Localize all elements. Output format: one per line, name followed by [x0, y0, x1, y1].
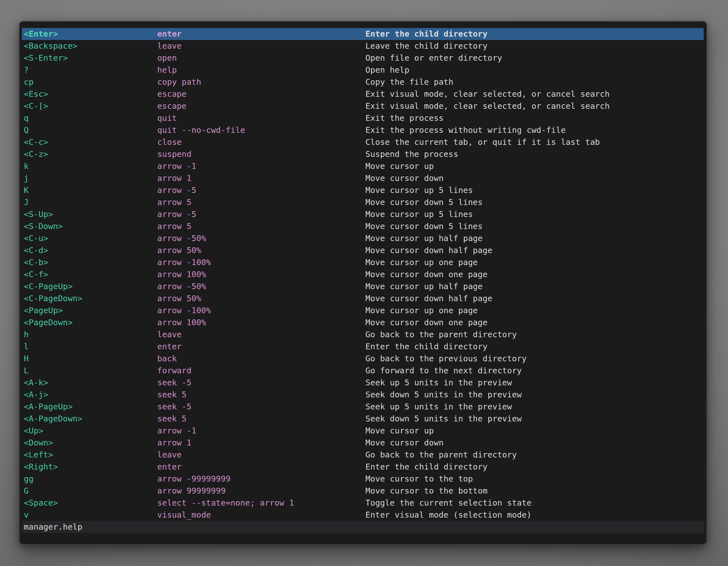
keybind-command: arrow -5 — [157, 208, 365, 220]
keybind-row[interactable]: q quit Exit the process — [22, 112, 704, 124]
keybind-command: arrow 5 — [157, 220, 365, 233]
keybind-description: Exit visual mode, clear selected, or can… — [365, 100, 704, 112]
keybind-row[interactable]: <Up> arrow -1 Move cursor up — [22, 425, 704, 437]
keybind-row[interactable]: <A-PageDown> seek 5 Seek down 5 units in… — [22, 413, 704, 425]
keybind-row[interactable]: <C-z> suspend Suspend the process — [22, 148, 704, 160]
keybind-command: leave — [157, 40, 365, 52]
keybind-row[interactable]: <C-c> close Close the current tab, or qu… — [22, 136, 704, 148]
keybind-key: <C-[> — [24, 100, 157, 112]
keybind-command: back — [157, 353, 365, 365]
keybind-row[interactable]: <C-PageUp> arrow -50% Move cursor up hal… — [22, 281, 704, 292]
keybind-description: Leave the child directory — [365, 40, 704, 52]
keybind-description: Enter the child directory — [365, 28, 704, 40]
keybind-row[interactable]: <C-f> arrow 100% Move cursor down one pa… — [22, 269, 704, 281]
keybind-command: quit — [157, 112, 365, 124]
keybind-key: <PageUp> — [24, 304, 157, 316]
keybind-description: Move cursor down half page — [365, 292, 704, 304]
keybind-command: arrow -5 — [157, 184, 365, 196]
terminal-window: <Enter> enter Enter the child directory … — [19, 21, 707, 545]
keybind-key: Q — [24, 124, 157, 136]
keybind-key: <S-Down> — [24, 220, 157, 233]
keybind-row[interactable]: G arrow 99999999 Move cursor to the bott… — [22, 485, 704, 497]
keybind-row[interactable]: <C-[> escape Exit visual mode, clear sel… — [22, 100, 704, 112]
keybind-description: Move cursor up 5 lines — [365, 184, 704, 196]
keybind-command: seek 5 — [157, 389, 365, 401]
keybind-command: arrow -50% — [157, 233, 365, 245]
keybind-row[interactable]: <Enter> enter Enter the child directory — [22, 28, 704, 40]
keybind-key: <A-PageDown> — [24, 413, 157, 425]
keybind-key: ? — [24, 64, 157, 76]
keybind-command: arrow 100% — [157, 269, 365, 281]
keybind-key: <C-b> — [24, 257, 157, 269]
keybind-key: <C-d> — [24, 245, 157, 257]
keybind-command: arrow -1 — [157, 425, 365, 437]
keybind-row[interactable]: <C-b> arrow -100% Move cursor up one pag… — [22, 257, 704, 269]
keybind-command: enter — [157, 340, 365, 353]
keybind-row[interactable]: H back Go back to the previous directory — [22, 353, 704, 365]
keybind-command: leave — [157, 449, 365, 461]
keybind-key: <C-c> — [24, 136, 157, 148]
keybind-command: arrow -100% — [157, 304, 365, 316]
keybind-command: arrow 5 — [157, 196, 365, 208]
keybind-description: Exit the process — [365, 112, 704, 124]
keybind-description: Seek up 5 units in the preview — [365, 377, 704, 389]
keybind-row[interactable]: <A-k> seek -5 Seek up 5 units in the pre… — [22, 377, 704, 389]
keybind-command: visual_mode — [157, 509, 365, 521]
keybind-key: L — [24, 365, 157, 377]
keybind-row[interactable]: L forward Go forward to the next directo… — [22, 365, 704, 377]
keybind-row[interactable]: k arrow -1 Move cursor up — [22, 160, 704, 172]
keybind-key: <Right> — [24, 461, 157, 473]
keybind-row[interactable]: <Backspace> leave Leave the child direct… — [22, 40, 704, 52]
keybind-key: J — [24, 196, 157, 208]
keybind-row[interactable]: <C-PageDown> arrow 50% Move cursor down … — [22, 292, 704, 304]
keybind-row[interactable]: <A-PageUp> seek -5 Seek up 5 units in th… — [22, 401, 704, 413]
keybind-description: Close the current tab, or quit if it is … — [365, 136, 704, 148]
keybind-row[interactable]: <S-Enter> open Open file or enter direct… — [22, 52, 704, 64]
keybind-row[interactable]: <C-d> arrow 50% Move cursor down half pa… — [22, 245, 704, 257]
keybind-description: Move cursor up — [365, 425, 704, 437]
keybind-key: <PageDown> — [24, 316, 157, 328]
keybind-row[interactable]: <A-j> seek 5 Seek down 5 units in the pr… — [22, 389, 704, 401]
keybind-key: <C-PageDown> — [24, 292, 157, 304]
keybind-row[interactable]: j arrow 1 Move cursor down — [22, 172, 704, 184]
keybind-row[interactable]: <Space> select --state=none; arrow 1 Tog… — [22, 497, 704, 509]
keybind-row[interactable]: <Esc> escape Exit visual mode, clear sel… — [22, 88, 704, 100]
keybind-description: Seek up 5 units in the preview — [365, 401, 704, 413]
keybind-row[interactable]: cp copy path Copy the file path — [22, 76, 704, 88]
keybind-command: arrow 1 — [157, 437, 365, 449]
keybind-key: <S-Enter> — [24, 52, 157, 64]
keybind-row[interactable]: <PageDown> arrow 100% Move cursor down o… — [22, 316, 704, 328]
keybind-key: <Esc> — [24, 88, 157, 100]
keybind-row[interactable]: gg arrow -99999999 Move cursor to the to… — [22, 473, 704, 485]
keybind-row[interactable]: <S-Down> arrow 5 Move cursor down 5 line… — [22, 220, 704, 233]
keybind-command: select --state=none; arrow 1 — [157, 497, 365, 509]
keybind-row[interactable]: ? help Open help — [22, 64, 704, 76]
keybind-description: Enter visual mode (selection mode) — [365, 509, 704, 521]
keybind-row[interactable]: l enter Enter the child directory — [22, 340, 704, 353]
keybind-description: Move cursor down one page — [365, 269, 704, 281]
keybind-key: <A-k> — [24, 377, 157, 389]
keybind-row[interactable]: <S-Up> arrow -5 Move cursor up 5 lines — [22, 208, 704, 220]
keybind-row[interactable]: <Left> leave Go back to the parent direc… — [22, 449, 704, 461]
keybind-key: <C-z> — [24, 148, 157, 160]
keybind-description: Move cursor up half page — [365, 233, 704, 245]
keybind-row[interactable]: v visual_mode Enter visual mode (selecti… — [22, 509, 704, 521]
keybind-key: H — [24, 353, 157, 365]
keybind-row[interactable]: h leave Go back to the parent directory — [22, 328, 704, 340]
keybind-row[interactable]: <C-u> arrow -50% Move cursor up half pag… — [22, 233, 704, 245]
keybind-command: suspend — [157, 148, 365, 160]
keybind-row[interactable]: J arrow 5 Move cursor down 5 lines — [22, 196, 704, 208]
keybind-command: arrow -100% — [157, 257, 365, 269]
keybind-description: Go back to the parent directory — [365, 328, 704, 340]
keybind-description: Move cursor down one page — [365, 316, 704, 328]
keybind-row[interactable]: Q quit --no-cwd-file Exit the process wi… — [22, 124, 704, 136]
keybind-row[interactable]: <Right> enter Enter the child directory — [22, 461, 704, 473]
keybind-row[interactable]: K arrow -5 Move cursor up 5 lines — [22, 184, 704, 196]
keybind-command: enter — [157, 28, 365, 40]
keybind-key: k — [24, 160, 157, 172]
keybind-command: escape — [157, 88, 365, 100]
keybind-row[interactable]: <PageUp> arrow -100% Move cursor up one … — [22, 304, 704, 316]
keybind-command: arrow 1 — [157, 172, 365, 184]
keybind-row[interactable]: <Down> arrow 1 Move cursor down — [22, 437, 704, 449]
keybind-description: Move cursor down half page — [365, 245, 704, 257]
